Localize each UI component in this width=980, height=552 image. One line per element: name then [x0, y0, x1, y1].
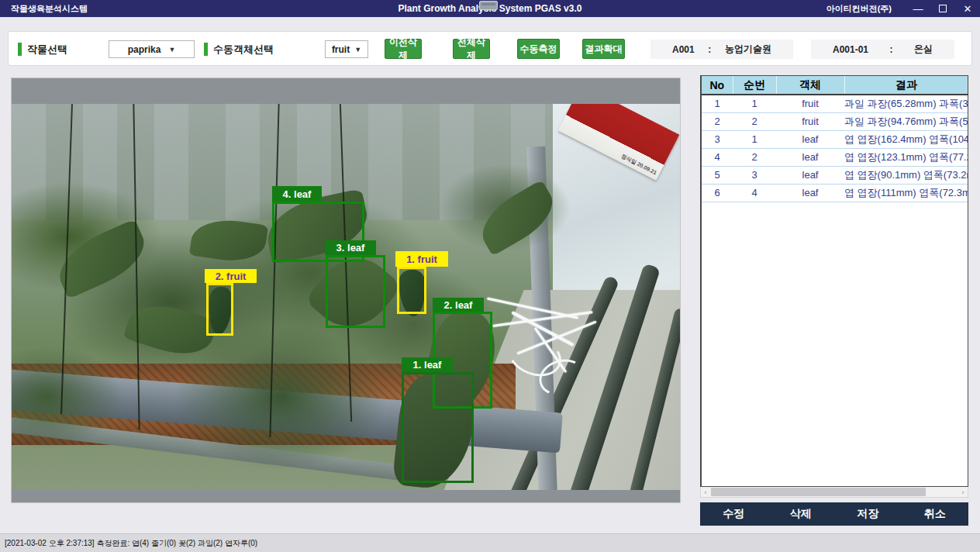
cell-res: 엽 엽장(111mm) 엽폭(72.3m: [844, 184, 968, 202]
crop-select-label: 작물선택: [27, 32, 67, 67]
manual-measure-button[interactable]: 수동측정: [517, 39, 560, 59]
table-row[interactable]: 42leaf엽 엽장(123.1mm) 엽폭(77.2m: [702, 148, 968, 166]
bbox-label-2-fruit: 2. fruit: [205, 269, 257, 283]
cell-res: 엽 엽장(162.4mm) 엽폭(104.4m: [844, 130, 968, 148]
chevron-down-icon: ▼: [354, 46, 361, 53]
cell-obj: leaf: [776, 166, 844, 184]
annotation-layer: 2. fruit4. leaf3. leaf1. fruit2. leaf1. …: [12, 78, 680, 502]
cell-seq: 1: [733, 130, 776, 148]
column-header-object[interactable]: 객체: [776, 76, 844, 95]
cell-no: 1: [702, 95, 733, 112]
cell-obj: fruit: [776, 95, 844, 112]
bbox-label-1-leaf: 1. leaf: [402, 357, 453, 372]
table-row[interactable]: 31leaf엽 엽장(162.4mm) 엽폭(104.4m: [702, 130, 968, 148]
cell-seq: 3: [733, 166, 776, 184]
crop-dropdown[interactable]: paprika ▼: [109, 40, 195, 58]
table-header-row: No 순번 객체 결과: [702, 76, 968, 95]
cell-no: 3: [702, 130, 733, 148]
bbox-label-3-leaf: 3. leaf: [325, 240, 376, 255]
bbox-2-fruit[interactable]: [206, 283, 233, 336]
delete-button[interactable]: 삭제: [790, 507, 812, 521]
cell-obj: leaf: [776, 148, 844, 166]
site-info-box: A001 : 농업기술원: [650, 40, 793, 59]
cell-res: 엽 엽장(123.1mm) 엽폭(77.2m: [844, 148, 968, 166]
crop-select-accent-bar: [18, 43, 22, 56]
maximize-icon: [939, 5, 947, 12]
cell-seq: 2: [733, 148, 776, 166]
object-dropdown[interactable]: fruit ▼: [325, 40, 368, 58]
close-button[interactable]: ✕: [955, 0, 980, 17]
site-colon: :: [708, 44, 711, 55]
company-name: 아이티컨버전(주): [826, 3, 892, 15]
column-header-no[interactable]: No: [702, 76, 733, 95]
scroll-left-icon[interactable]: ‹: [701, 487, 710, 497]
manual-object-label: 수동객체선택: [213, 32, 274, 67]
cell-obj: fruit: [776, 112, 844, 130]
site-code: A001: [672, 44, 695, 55]
table-row[interactable]: 22fruit과일 과장(94.76mm) 과폭(50.6: [702, 112, 968, 130]
title-bar-right: 아이티컨버전(주) — ✕: [826, 0, 980, 17]
toolbar: 작물선택 paprika ▼ 수동객체선택 fruit ▼ 이전삭제 전체삭제 …: [8, 31, 972, 66]
cell-no: 2: [702, 112, 733, 130]
column-header-result[interactable]: 결과: [844, 76, 968, 95]
bbox-label-1-fruit: 1. fruit: [395, 251, 448, 267]
bbox-1-leaf[interactable]: [402, 372, 474, 483]
object-dropdown-value: fruit: [332, 44, 350, 55]
manual-object-accent-bar: [204, 43, 208, 56]
results-tbody: 11fruit과일 과장(65.28mm) 과폭(38.0822fruit과일 …: [702, 95, 968, 202]
status-text: [2021-03-02 오후 2:37:13] 측정완료: 엽(4) 줄기(0)…: [5, 538, 257, 549]
bbox-label-4-leaf: 4. leaf: [272, 186, 322, 202]
delete-all-button[interactable]: 전체삭제: [453, 39, 490, 59]
scrollbar-thumb[interactable]: [711, 488, 926, 496]
cell-seq: 1: [733, 95, 776, 112]
minimize-button[interactable]: —: [906, 0, 930, 17]
save-button[interactable]: 저장: [857, 507, 878, 521]
title-bar: 작물생육분석시스템 Plant Growth Analysis System P…: [0, 0, 980, 17]
crop-dropdown-value: paprika: [128, 44, 161, 55]
status-bar: [2021-03-02 오후 2:37:13] 측정완료: 엽(4) 줄기(0)…: [0, 533, 980, 552]
cell-obj: leaf: [776, 130, 844, 148]
cell-no: 4: [702, 148, 733, 166]
cell-res: 과일 과장(94.76mm) 과폭(50.6: [844, 112, 968, 130]
scroll-right-icon[interactable]: ›: [958, 487, 968, 497]
column-header-seq[interactable]: 순번: [733, 76, 776, 95]
house-name: 온실: [914, 43, 933, 56]
site-name: 농업기술원: [725, 43, 771, 56]
house-info-box: A001-01 : 온실: [811, 40, 954, 59]
table-row[interactable]: 64leaf엽 엽장(111mm) 엽폭(72.3m: [702, 184, 968, 202]
results-panel: No 순번 객체 결과 11fruit과일 과장(65.28mm) 과폭(38.…: [700, 75, 968, 526]
title-bar-icon: [479, 1, 498, 10]
house-code: A001-01: [833, 44, 868, 55]
cell-res: 엽 엽장(90.1mm) 엽폭(73.2m: [844, 166, 968, 184]
house-colon: :: [890, 44, 893, 55]
results-grid: No 순번 객체 결과 11fruit과일 과장(65.28mm) 과폭(38.…: [700, 75, 968, 487]
delete-previous-button[interactable]: 이전삭제: [385, 39, 422, 59]
bbox-3-leaf[interactable]: [326, 255, 385, 328]
cancel-button[interactable]: 취소: [924, 507, 946, 521]
maximize-button[interactable]: [930, 0, 955, 17]
action-bar: 수정 삭제 저장 취소: [700, 502, 968, 526]
cell-seq: 2: [733, 112, 776, 130]
cell-no: 6: [702, 184, 733, 202]
horizontal-scrollbar[interactable]: ‹ ›: [700, 487, 968, 498]
cell-seq: 4: [733, 184, 776, 202]
cell-obj: leaf: [776, 184, 844, 202]
enlarge-result-button[interactable]: 결과확대: [582, 39, 625, 59]
cell-no: 5: [702, 166, 733, 184]
table-row[interactable]: 53leaf엽 엽장(90.1mm) 엽폭(73.2m: [702, 166, 968, 184]
table-row[interactable]: 11fruit과일 과장(65.28mm) 과폭(38.08: [702, 95, 968, 112]
image-panel: 정식일 20.09.21 2. fruit4. leaf3. leaf1. fr…: [11, 78, 681, 503]
chevron-down-icon: ▼: [168, 46, 175, 53]
cell-res: 과일 과장(65.28mm) 과폭(38.08: [844, 95, 968, 112]
bbox-label-2-leaf: 2. leaf: [433, 298, 484, 312]
edit-button[interactable]: 수정: [723, 507, 744, 521]
bbox-1-fruit[interactable]: [397, 267, 426, 314]
